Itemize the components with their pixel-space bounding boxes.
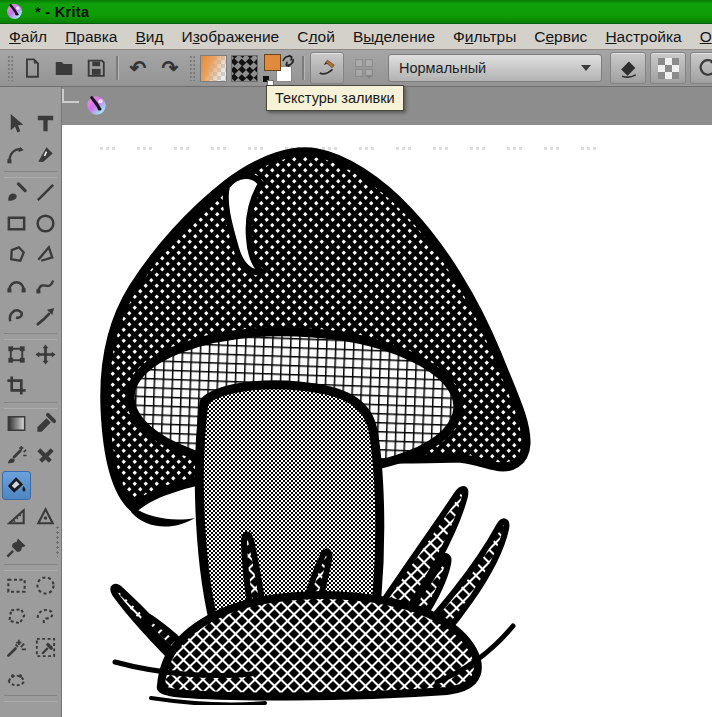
save-button[interactable] [82,54,110,82]
label-part: льтры [474,28,517,45]
tool-rectangular-selection[interactable] [2,571,31,600]
mushroom-artwork [99,140,539,705]
tool-ellipse[interactable] [31,209,60,238]
dashed-eyedropper-icon [34,636,57,659]
pen-nib-icon [34,143,57,166]
krita-logo-icon [6,3,23,20]
redo-button[interactable]: ↷ [156,54,184,82]
tool-gradient[interactable] [2,409,31,438]
tool-edit-shapes[interactable] [2,140,31,169]
tool-line[interactable] [31,178,60,207]
foreground-background-colors[interactable] [263,53,295,83]
reset-colors-icon[interactable] [263,76,269,82]
tool-color-sampler[interactable] [31,409,60,438]
hook-curve-icon [5,305,28,328]
menu-layer[interactable]: Слой [288,28,344,46]
label-part: С [297,28,308,45]
fill-pattern-swatch-button[interactable] [231,55,258,82]
label-part: и [465,28,474,45]
label-part: Н [605,28,616,45]
preserve-alpha-button[interactable] [650,52,686,84]
tool-freehand-path[interactable] [31,271,60,300]
menu-edit[interactable]: Правка [56,28,126,46]
blend-mode-dropdown[interactable]: Нормальный [388,54,602,82]
tool-text[interactable] [31,109,60,138]
swap-colors-icon[interactable] [281,53,295,67]
tool-similar-color-selection[interactable] [2,633,31,662]
tool-fill[interactable] [2,471,31,500]
label-part: рвис [554,28,587,45]
new-document-button[interactable] [18,54,46,82]
tool-bezier-selection[interactable] [2,664,31,693]
label-part: С [534,28,545,45]
tool-polyline[interactable] [31,240,60,269]
tool-transform[interactable] [2,340,31,369]
window-title: * - Krita [35,4,89,20]
canvas[interactable] [62,125,712,717]
toolbox-separator [4,564,57,571]
smart-patch-icon [5,443,28,466]
menu-filters[interactable]: Фильтры [444,28,525,46]
toolbox-grip[interactable] [55,525,60,557]
menu-select[interactable]: Выделение [344,28,444,46]
tool-polygonal-selection[interactable] [2,602,31,631]
dashed-polygon-icon [5,605,28,628]
label-part: П [65,28,76,45]
foreground-color-swatch[interactable] [264,54,281,71]
tool-freehand-selection[interactable] [31,602,60,631]
undo-icon: ↶ [130,58,147,78]
reload-button[interactable] [690,52,712,84]
label-part: айл [21,28,47,45]
tool-bezier-curve[interactable] [2,271,31,300]
toolbox-separator [4,402,57,409]
open-document-icon [53,57,75,79]
tool-polygon[interactable] [2,240,31,269]
tooltip-text: Текстуры заливки [275,90,395,106]
tool-freehand-brush[interactable] [2,178,31,207]
undo-button[interactable]: ↶ [124,54,152,82]
menu-image[interactable]: Изображение [173,28,289,46]
title-bar: * - Krita [0,0,712,24]
chevron-down-icon [581,65,591,71]
text-icon [34,112,57,135]
tool-measure[interactable] [2,502,31,531]
preserve-alpha-icon [658,58,679,79]
tool-rectangle[interactable] [2,209,31,238]
tool-crop[interactable] [2,371,31,400]
tool-calligraphy[interactable] [31,140,60,169]
tool-contiguous-selection[interactable] [31,633,60,662]
pin-icon [5,536,28,559]
label-part: деление [374,28,435,45]
label-part: равка [76,28,117,45]
menu-file[interactable]: Файл [0,28,56,46]
bezier-curve-icon [5,274,28,297]
tool-dynamic-brush[interactable] [2,302,31,331]
menu-view[interactable]: Вид [126,28,172,46]
menu-tools[interactable]: Сервис [525,28,596,46]
gradient-swatch-button[interactable] [200,55,227,82]
document-tab-krita-icon[interactable] [86,95,107,116]
menu-settings[interactable]: Настройка [596,28,690,46]
tool-multibrush[interactable] [31,302,60,331]
dashed-rectangle-icon [5,574,28,597]
tool-reference-images[interactable] [2,533,31,562]
tool-smart-patch[interactable] [2,440,31,469]
toolbar-separator [302,56,304,80]
tool-shape-select[interactable] [2,109,31,138]
toolbar-grip[interactable] [189,55,195,81]
tool-move[interactable] [31,340,60,369]
line-icon [34,181,57,204]
open-document-button[interactable] [50,54,78,82]
tool-elliptical-selection[interactable] [31,571,60,600]
menu-window[interactable]: Окно [691,28,712,46]
label-part: ы [363,28,374,45]
subwindow-frame-corner [62,89,79,103]
tool-pattern-edit[interactable] [31,440,60,469]
label-part: з [193,28,200,45]
toolbar-grip[interactable] [7,55,13,81]
document-area [62,87,712,717]
eraser-button[interactable] [610,52,646,84]
rectangle-icon [5,212,28,235]
brush-editor-button[interactable] [310,52,344,84]
label-part: ой [318,28,335,45]
